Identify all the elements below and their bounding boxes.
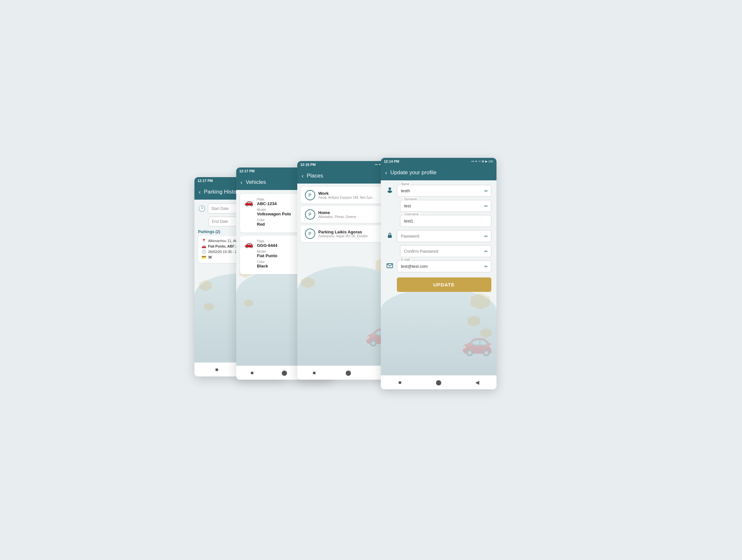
person-icon [386,187,394,195]
password-field-row: ✏ [386,230,491,242]
name-edit-icon[interactable]: ✏ [484,188,488,194]
nav-square-1[interactable]: ■ [214,366,220,373]
filter-icon: 🕐 [198,205,205,212]
status-bar-4: 12:14 PM ••• ✦ ✂ ⊠ ▶ 100 [381,158,496,165]
vehicle-icon-2: 🚗 [245,240,253,249]
username-field-row: Username [386,215,491,227]
svg-point-4 [388,188,391,190]
name-label: Name [400,182,411,186]
nav-square-3[interactable]: ■ [311,370,317,376]
password-input[interactable] [397,230,491,242]
password-edit-icon[interactable]: ✏ [484,234,488,239]
nav-square-4[interactable]: ■ [397,379,403,386]
status-time-3: 12:16 PM [301,163,316,166]
screen-title-4: Update your profile [390,169,492,176]
update-button[interactable]: UPDATE [397,277,491,292]
place-icon-work: P [305,190,315,200]
app-header-4: ‹ Update your profile [381,165,496,180]
email-icon [386,262,394,271]
screen-update-profile: 12:14 PM ••• ✦ ✂ ⊠ ▶ 100 ‹ Update your p… [381,158,496,389]
name-input[interactable] [397,185,491,197]
place-name-home: Home [318,210,356,215]
surname-field-row: Surname ✏ [386,200,491,212]
surname-input[interactable] [400,200,491,212]
email-field-wrap: E-mail ✏ [397,260,491,272]
screen-title-3: Places [307,172,384,179]
parking-cost: 3€ [208,255,212,259]
place-icon-parking: P [305,228,315,239]
back-button-2[interactable]: ‹ [241,179,243,186]
confirm-password-field-wrap: ✏ [400,245,491,257]
email-field-row: E-mail ✏ [386,260,491,272]
email-input[interactable] [397,260,491,272]
status-time-2: 12:17 PM [240,169,255,173]
nav-circle-3[interactable]: ⬤ [345,370,352,376]
password-field-wrap: ✏ [397,230,491,242]
surname-field-wrap: Surname ✏ [400,200,491,212]
username-label: Username [403,212,420,216]
surname-label: Surname [403,197,418,201]
place-addr-work: Λεωφ. Ανδρέα Συγγρού 189, Νέα Σμύ... [318,196,375,199]
email-label: E-mail [400,258,411,261]
nav-circle-2[interactable]: ⬤ [281,370,287,376]
bottom-nav-4: ■ ⬤ ◀ [381,375,496,389]
start-date-placeholder: Start Date [211,206,229,211]
confirm-password-input[interactable] [400,245,491,257]
confirm-password-edit-icon[interactable]: ✏ [484,249,488,254]
confirm-password-field-row: ✏ [386,245,491,257]
name-field-wrap: Name ✏ [397,185,491,197]
place-icon-home: P [305,209,315,219]
location-icon: 📍 [202,239,206,243]
name-field-row: Name ✏ [386,185,491,197]
username-input[interactable] [400,215,491,227]
end-date-placeholder: End Date [212,219,228,224]
car-icon: 🚗 [202,244,206,249]
place-addr-parking: Λυκούργου, Λαμία 351 00, Ελλάδα [318,234,368,238]
time-icon: 🕐 [202,249,206,254]
back-button-3[interactable]: ‹ [302,172,304,180]
email-edit-icon[interactable]: ✏ [484,264,488,269]
vehicle-icon-1: 🚗 [245,198,253,207]
place-name-work: Work [318,191,375,196]
back-button-1[interactable]: ‹ [199,189,201,196]
lock-icon [386,232,394,241]
nav-square-2[interactable]: ■ [249,370,256,376]
place-addr-home: Alkiviadou, Pireas, Greece [318,215,356,219]
payment-icon: 💳 [202,255,206,259]
status-icons-4: ••• ✦ ✂ ⊠ ▶ 100 [471,160,493,163]
username-field-wrap: Username [400,215,491,227]
status-time-4: 12:14 PM [384,159,400,163]
nav-circle-4[interactable]: ⬤ [435,379,442,386]
place-name-parking: Parking Laikis Agoras [318,230,368,234]
svg-rect-6 [388,235,392,238]
car-watermark-4: 🚗 [461,327,493,357]
back-button-4[interactable]: ‹ [385,169,387,176]
surname-edit-icon[interactable]: ✏ [484,203,488,209]
status-time-1: 12:17 PM [198,179,213,183]
svg-point-5 [387,190,392,193]
nav-back-4[interactable]: ◀ [474,379,480,386]
